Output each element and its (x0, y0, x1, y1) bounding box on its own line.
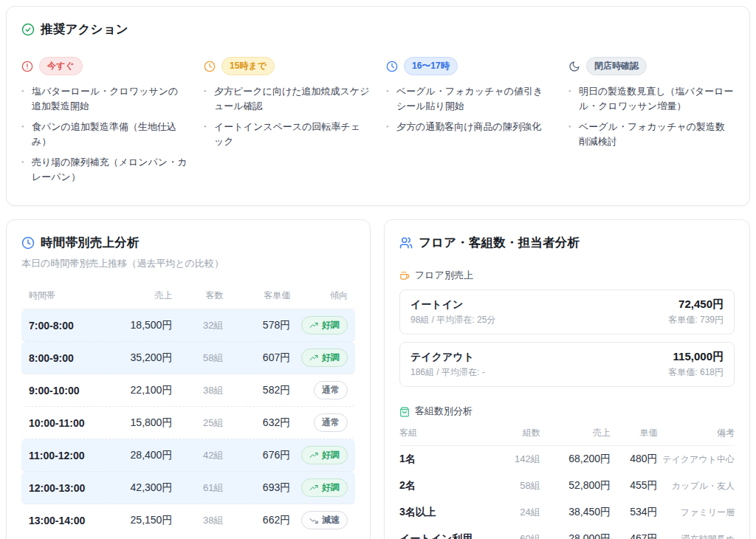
group-row: 2名58組52,800円455円カップル・友人 (399, 473, 735, 499)
action-list: 塩バターロール・クロワッサンの追加製造開始食パンの追加製造準備（生地仕込み）売り… (21, 84, 188, 184)
floor-meta: 98組 / 平均滞在: 25分 (410, 314, 495, 326)
moon-icon (568, 61, 580, 72)
floor-amount: 115,000円 (668, 350, 724, 364)
action-item: 売り場の陳列補充（メロンパン・カレーパン） (21, 155, 188, 184)
hourly-panel-title: 時間帯別売上分析 (41, 235, 140, 251)
trend-cell: 通常 (290, 413, 348, 432)
panel-header: 時間帯別売上分析 (21, 235, 355, 251)
trend-badge: 好調 (301, 349, 348, 367)
col-header-note: 備考 (658, 427, 735, 439)
group-note: ファミリー層 (658, 507, 735, 519)
trend-label: 通常 (322, 416, 340, 429)
sales-value: 15,800円 (106, 416, 173, 430)
action-item: 明日の製造数見直し（塩バターロール・クロワッサン増量） (568, 84, 735, 113)
trend-cell: 減速 (290, 511, 348, 529)
deadline-badge: 今すぐ (39, 57, 83, 75)
trend-up-icon (309, 451, 318, 460)
trend-up-icon (309, 354, 318, 363)
panel-header: 推奨アクション (21, 21, 735, 38)
time-range: 9:00-10:00 (29, 385, 106, 396)
col-header-groups: 客数 (172, 289, 223, 302)
sales-value: 22,100円 (106, 384, 173, 397)
floor-box: テイクアウト186組 / 平均滞在: -115,000円客単価: 618円 (399, 342, 735, 387)
group-count: 58組 (490, 479, 540, 492)
sales-value: 42,300円 (106, 481, 173, 495)
check-circle-icon (21, 23, 35, 36)
floor-amount: 72,450円 (668, 298, 724, 312)
group-row: 1名142組68,200円480円テイクアウト中心 (399, 446, 735, 473)
groups-value: 42組 (172, 449, 223, 462)
group-label: 1名 (399, 453, 490, 466)
action-item: 夕方の通勤客向け商品の陳列強化 (386, 120, 552, 134)
time-range: 10:00-11:00 (29, 417, 106, 429)
hourly-row: 10:00-11:0015,800円25組632円通常 (21, 407, 355, 439)
trend-label: 好調 (322, 481, 340, 494)
group-label: イートイン利用 (399, 532, 490, 539)
group-note: テイクアウト中心 (658, 453, 735, 466)
group-label: 3名以上 (399, 506, 490, 519)
groups-value: 58組 (172, 351, 223, 365)
group-unit-price: 480円 (611, 453, 658, 466)
col-header-unit-price: 客単価 (224, 289, 291, 302)
floor-box-right: 72,450円客単価: 739円 (668, 298, 724, 326)
alert-circle-icon-wrap (21, 60, 33, 73)
actions-grid: 今すぐ塩バターロール・クロワッサンの追加製造開始食パンの追加製造準備（生地仕込み… (21, 57, 735, 190)
unit-price-value: 632円 (224, 416, 291, 430)
action-item: ベーグル・フォカッチャの値引きシール貼り開始 (386, 84, 552, 113)
group-sales: 38,450円 (540, 506, 611, 519)
hourly-row: 12:00-13:0042,300円61組693円好調 (21, 472, 355, 504)
floor-name: テイクアウト (410, 351, 485, 364)
floor-box-left: テイクアウト186組 / 平均滞在: - (410, 351, 485, 379)
recommended-actions-panel: 推奨アクション 今すぐ塩バターロール・クロワッサンの追加製造開始食パンの追加製造… (6, 6, 750, 206)
hourly-row: 8:00-9:0035,200円58組607円好調 (21, 342, 355, 374)
trend-badge: 通常 (314, 413, 348, 432)
action-group-red: 今すぐ塩バターロール・クロワッサンの追加製造開始食パンの追加製造準備（生地仕込み… (21, 57, 188, 190)
clock-icon-wrap (204, 60, 216, 73)
alert-circle-icon (21, 61, 33, 72)
col-header-group: 客組 (399, 427, 490, 439)
trend-down-icon (309, 516, 318, 525)
groups-value: 61組 (172, 481, 223, 495)
group-table-body: 1名142組68,200円480円テイクアウト中心2名58組52,800円455… (399, 446, 735, 539)
col-header-sales: 売上 (106, 289, 173, 302)
trend-label: 通常 (322, 384, 340, 396)
trend-badge: 通常 (314, 381, 348, 399)
group-count: 24組 (490, 506, 540, 519)
hourly-row: 7:00-8:0018,500円32組578円好調 (21, 309, 355, 342)
deadline-badge: 15時まで (221, 57, 275, 75)
group-analysis-section-label: 客組数別分析 (399, 405, 735, 418)
clock-icon (386, 61, 398, 72)
group-count: 60組 (490, 532, 540, 539)
actions-panel-title: 推奨アクション (41, 21, 128, 38)
users-icon (399, 236, 413, 250)
trend-up-icon (309, 321, 318, 330)
action-group-header: 16〜17時 (386, 57, 552, 75)
hourly-table-body: 7:00-8:0018,500円32組578円好調8:00-9:0035,200… (21, 309, 355, 536)
sales-value: 35,200円 (106, 351, 173, 365)
trend-label: 好調 (322, 319, 340, 332)
action-group-header: 15時まで (204, 57, 370, 75)
groups-value: 25組 (172, 416, 223, 430)
floor-unit-price: 客単価: 739円 (668, 314, 724, 326)
group-table-header: 客組 組数 売上 単価 備考 (399, 425, 735, 446)
trend-cell: 通常 (290, 381, 348, 399)
coffee-icon (399, 270, 410, 281)
coffee-icon (399, 271, 410, 281)
floor-panel-title: フロア・客組数・担当者分析 (419, 235, 580, 251)
clock-icon (204, 61, 216, 72)
clock-icon-wrap (386, 60, 398, 73)
unit-price-value: 582円 (224, 384, 291, 397)
trend-label: 好調 (322, 449, 340, 461)
groups-value: 32組 (172, 319, 223, 332)
floor-boxes: イートイン98組 / 平均滞在: 25分72,450円客単価: 739円テイクア… (399, 289, 735, 387)
group-count: 142組 (490, 453, 540, 466)
group-note: 滞在時間長め (658, 533, 735, 539)
action-group-header: 閉店時確認 (568, 57, 735, 75)
panel-header: フロア・客組数・担当者分析 (399, 235, 735, 251)
action-list: 明日の製造数見直し（塩バターロール・クロワッサン増量）ベーグル・フォカッチャの製… (568, 84, 735, 148)
action-group-blue: 16〜17時ベーグル・フォカッチャの値引きシール貼り開始夕方の通勤客向け商品の陳… (386, 57, 552, 190)
trend-cell: 好調 (290, 446, 348, 464)
dashboard-page: 推奨アクション 今すぐ塩バターロール・クロワッサンの追加製造開始食パンの追加製造… (0, 0, 756, 539)
floor-box-right: 115,000円客単価: 618円 (668, 350, 724, 379)
hourly-table-header: 時間帯 売上 客数 客単価 傾向 (21, 285, 355, 309)
